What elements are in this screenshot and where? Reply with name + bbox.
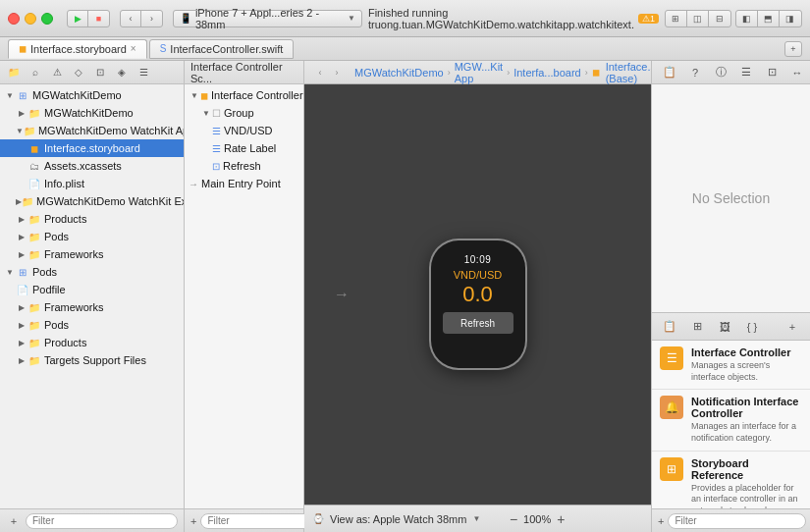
products-folder[interactable]: ▶ 📁 Products xyxy=(0,210,184,228)
breadcrumb-project-label: MGWatchKitDemo xyxy=(354,67,444,79)
breadcrumb-forward-button[interactable]: › xyxy=(329,65,345,80)
attributes-inspector-button[interactable]: ☰ xyxy=(734,64,758,81)
add-object-button[interactable]: + xyxy=(658,513,664,529)
inspector-tabs: 📋 ? ⓘ ☰ ⊡ ↔ xyxy=(658,64,809,81)
zoom-out-button[interactable]: − xyxy=(510,511,517,527)
left-sidebar: 📁 ⌕ ⚠ ◇ ⊡ ◈ ☰ ▼ ⊞ MGWatchKitDemo ▶ 📁 MGW… xyxy=(0,61,185,532)
pods-sub-folder[interactable]: ▶ 📁 Pods xyxy=(0,228,184,245)
library-item-text-1: Interface Controller Manages a screen's … xyxy=(691,346,802,383)
watch-refresh-button[interactable]: Refresh xyxy=(443,312,513,334)
assets-file[interactable]: 🗂 Assets.xcassets xyxy=(0,157,184,175)
watch-rate-value: 0.0 xyxy=(462,283,493,306)
sb-icon: ◼ xyxy=(592,67,600,78)
vnd-usd-item[interactable]: ☰ VND/USD xyxy=(185,122,303,139)
nav-buttons[interactable]: ‹ › xyxy=(120,10,163,27)
file-inspector-button[interactable]: 📋 xyxy=(658,64,681,81)
library-bottom: + xyxy=(652,508,810,532)
scene-label: Interface Controller xyxy=(211,89,303,101)
library-item-storyboard-ref[interactable]: ⊞ Storyboard Reference Provides a placeh… xyxy=(652,452,810,508)
zoom-in-button[interactable]: + xyxy=(557,511,565,527)
debug-toggle[interactable]: ⬒ xyxy=(758,11,780,27)
group-icon: ⊞ xyxy=(16,265,29,279)
breadcrumb-project[interactable]: MGWatchKitDemo xyxy=(354,67,444,79)
products2-folder[interactable]: ▶ 📁 Products xyxy=(0,334,184,351)
folder-label: Frameworks xyxy=(44,301,104,313)
breadcrumb-target[interactable]: MGW...Kit App xyxy=(455,61,504,84)
close-button[interactable] xyxy=(8,13,20,25)
rate-label-item[interactable]: ☰ Rate Label xyxy=(185,139,303,157)
refresh-button-item[interactable]: ⊡ Refresh xyxy=(185,157,303,175)
disclosure-icon: ▶ xyxy=(16,231,27,242)
size-inspector-button[interactable]: ⊡ xyxy=(760,64,783,81)
inspector-toggle[interactable]: ◨ xyxy=(780,11,801,27)
add-tab-button[interactable]: + xyxy=(784,41,802,57)
breadcrumb-board[interactable]: Interfa...board xyxy=(513,67,581,79)
extension-folder[interactable]: ▶ 📁 MGWatchKitDemo WatchKit Extension xyxy=(0,192,184,210)
editor-buttons[interactable]: ⊞ ◫ ⊟ xyxy=(665,10,731,27)
issue-nav-btn[interactable]: ⚠ xyxy=(47,64,67,81)
library-filter-input[interactable] xyxy=(668,513,806,529)
plist-file[interactable]: 📄 Info.plist xyxy=(0,175,184,192)
library-item-title-2: Notification Interface Controller xyxy=(691,396,802,419)
library-files-button[interactable]: 📋 xyxy=(658,318,681,336)
stop-button[interactable]: ■ xyxy=(88,11,109,27)
maximize-button[interactable] xyxy=(41,13,53,25)
run-button[interactable]: ▶ xyxy=(68,11,88,27)
entry-label: Main Entry Point xyxy=(201,178,281,189)
library-item-title-3: Storyboard Reference xyxy=(691,457,802,481)
no-selection-area: No Selection xyxy=(652,84,810,312)
frameworks-sub-folder[interactable]: ▶ 📁 Frameworks xyxy=(0,245,184,263)
view-buttons[interactable]: ◧ ⬒ ◨ xyxy=(735,10,802,27)
rate-label: Rate Label xyxy=(224,142,276,154)
warning-count: 1 xyxy=(650,14,655,24)
library-media-button[interactable]: 🖼 xyxy=(713,318,736,336)
device-selector[interactable]: 📱 iPhone 7 + Appl...eries 2 - 38mm ▼ xyxy=(173,10,362,27)
back-nav-button[interactable]: ‹ xyxy=(121,11,141,27)
library-item-interface-controller[interactable]: ☰ Interface Controller Manages a screen'… xyxy=(652,341,810,390)
standard-editor-button[interactable]: ⊞ xyxy=(666,11,687,27)
quick-help-button[interactable]: ? xyxy=(683,64,707,81)
group-item[interactable]: ▼ ☐ Group xyxy=(185,104,303,122)
test-nav-btn[interactable]: ◇ xyxy=(69,64,88,81)
watchkit-app-folder[interactable]: ▼ 📁 MGWatchKitDemo WatchKit App xyxy=(0,122,184,139)
pods2-folder[interactable]: ▶ 📁 Pods xyxy=(0,316,184,334)
storyboard-file[interactable]: ◼ Interface.storyboard xyxy=(0,139,184,157)
tab-swift[interactable]: S InterfaceController.swift xyxy=(149,39,295,59)
debug-nav-btn[interactable]: ⊡ xyxy=(90,64,110,81)
filter-input[interactable] xyxy=(26,513,178,529)
podfile-item[interactable]: 📄 Podfile xyxy=(0,281,184,298)
report-nav-btn[interactable]: ☰ xyxy=(134,64,153,81)
add-scene-button[interactable]: + xyxy=(190,513,196,529)
pods-root-folder[interactable]: ▼ ⊞ Pods xyxy=(0,263,184,281)
search-nav-btn[interactable]: ⌕ xyxy=(26,64,45,81)
forward-nav-button[interactable]: › xyxy=(141,11,162,27)
scheme-selector[interactable]: ▶ ■ xyxy=(67,10,110,27)
folder-icon[interactable]: 📁 xyxy=(4,64,24,81)
tab-storyboard-close[interactable]: × xyxy=(131,43,136,54)
breadcrumb-file[interactable]: ◼ Interface.storyboard (Base) xyxy=(592,61,651,84)
identity-inspector-button[interactable]: ⓘ xyxy=(709,64,732,81)
targets-folder[interactable]: ▶ 📁 Targets Support Files xyxy=(0,351,184,369)
connections-inspector-button[interactable]: ↔ xyxy=(785,64,809,81)
breadcrumb-back-button[interactable]: ‹ xyxy=(312,65,328,80)
tab-storyboard[interactable]: ◼ Interface.storyboard × xyxy=(8,39,147,59)
version-editor-button[interactable]: ⊟ xyxy=(709,11,730,27)
scene-outline-header: Interface Controller Sc... xyxy=(185,61,303,84)
library-close-button[interactable]: + xyxy=(781,318,804,336)
assistant-editor-button[interactable]: ◫ xyxy=(687,11,709,27)
library-snippets-button[interactable]: { } xyxy=(740,318,764,336)
breakpoint-nav-btn[interactable]: ◈ xyxy=(112,64,132,81)
watchkit-demo-folder[interactable]: ▶ 📁 MGWatchKitDemo xyxy=(0,104,184,122)
minimize-button[interactable] xyxy=(25,13,36,25)
folder-label: Frameworks xyxy=(44,248,104,260)
project-item[interactable]: ▼ ⊞ MGWatchKitDemo xyxy=(0,86,184,104)
frameworks-folder[interactable]: ▶ 📁 Frameworks xyxy=(0,298,184,316)
library-objects-button[interactable]: ⊞ xyxy=(685,318,709,336)
entry-point-item[interactable]: → Main Entry Point xyxy=(185,175,303,192)
scene-root[interactable]: ▼ ◼ Interface Controller xyxy=(185,86,303,104)
canvas-content[interactable]: → 10:09 VND/USD 0.0 Refresh xyxy=(304,84,651,505)
library-item-notification-controller[interactable]: 🔔 Notification Interface Controller Mana… xyxy=(652,390,810,451)
navigator-toggle[interactable]: ◧ xyxy=(736,11,758,27)
add-file-button[interactable]: + xyxy=(6,513,22,529)
assets-icon: 🗂 xyxy=(27,159,41,173)
